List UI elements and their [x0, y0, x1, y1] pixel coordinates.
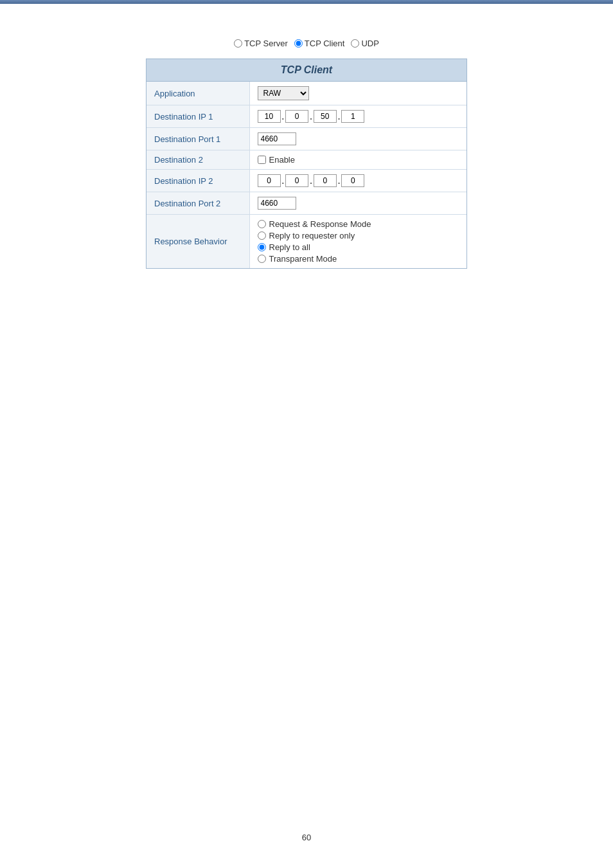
tcp-client-option[interactable]: TCP Client [294, 39, 345, 48]
request-response-label: Request & Response Mode [269, 219, 371, 229]
reply-requester-radio[interactable] [258, 231, 266, 240]
dest2-enable-label: Enable [269, 155, 295, 165]
transparent-mode-option[interactable]: Transparent Mode [258, 254, 459, 264]
ip2-dot2: . [310, 176, 312, 186]
dest2-checkbox[interactable] [258, 156, 266, 164]
dest2-enable-group: Enable [258, 155, 459, 165]
destination-ip2-row: Destination IP 2 . . . [147, 170, 466, 192]
destination-port2-row: Destination Port 2 [147, 192, 466, 215]
ip1-octet3[interactable] [314, 110, 337, 123]
response-options-group: Request & Response Mode Reply to request… [258, 219, 459, 264]
tcp-server-radio[interactable] [234, 39, 242, 48]
response-behavior-label: Response Behavior [147, 215, 249, 269]
port2-input[interactable] [258, 197, 296, 210]
destination-port2-value [249, 192, 466, 215]
destination-ip1-row: Destination IP 1 . . . [147, 105, 466, 128]
udp-radio[interactable] [351, 39, 359, 48]
destination-ip2-value: . . . [249, 170, 466, 192]
application-value: RAW [249, 82, 466, 105]
page-number: 60 [302, 833, 311, 842]
destination-port2-label: Destination Port 2 [147, 192, 249, 215]
reply-all-option[interactable]: Reply to all [258, 242, 459, 252]
destination-ip1-value: . . . [249, 105, 466, 128]
ip2-octet3[interactable] [314, 174, 337, 187]
reply-all-label: Reply to all [269, 242, 310, 252]
form-table: Application RAW Destination IP 1 . . [147, 82, 466, 268]
ip1-dot1: . [282, 112, 285, 122]
ip2-octet2[interactable] [285, 174, 308, 187]
destination2-row: Destination 2 Enable [147, 150, 466, 170]
port1-input[interactable] [258, 132, 296, 145]
ip2-input-group: . . . [258, 174, 459, 187]
ip2-octet1[interactable] [258, 174, 281, 187]
udp-option[interactable]: UDP [351, 39, 378, 48]
udp-label: UDP [361, 39, 378, 48]
tcp-client-title: TCP Client [147, 59, 466, 82]
application-label: Application [147, 82, 249, 105]
transparent-mode-radio[interactable] [258, 255, 266, 263]
ip2-dot3: . [338, 176, 341, 186]
response-behavior-row: Response Behavior Request & Response Mod… [147, 215, 466, 269]
ip1-octet1[interactable] [258, 110, 281, 123]
destination2-label: Destination 2 [147, 150, 249, 170]
tcp-server-label: TCP Server [244, 39, 288, 48]
destination-port1-label: Destination Port 1 [147, 128, 249, 150]
tcp-server-option[interactable]: TCP Server [234, 39, 288, 48]
ip1-dot3: . [338, 112, 341, 122]
ip2-dot1: . [282, 176, 285, 186]
reply-requester-label: Reply to requester only [269, 231, 355, 240]
top-bar [0, 0, 613, 4]
destination2-value: Enable [249, 150, 466, 170]
tcp-client-radio[interactable] [294, 39, 303, 48]
ip2-octet4[interactable] [341, 174, 364, 187]
ip1-input-group: . . . [258, 110, 459, 123]
tcp-client-label: TCP Client [305, 39, 345, 48]
destination-port1-value [249, 128, 466, 150]
destination-ip1-label: Destination IP 1 [147, 105, 249, 128]
reply-all-radio[interactable] [258, 243, 266, 251]
destination-ip2-label: Destination IP 2 [147, 170, 249, 192]
application-row: Application RAW [147, 82, 466, 105]
request-response-radio[interactable] [258, 220, 266, 228]
page-content: TCP Server TCP Client UDP TCP Client App… [0, 0, 613, 269]
tcp-client-panel: TCP Client Application RAW Destination I… [146, 59, 467, 269]
reply-requester-option[interactable]: Reply to requester only [258, 231, 459, 240]
ip1-octet2[interactable] [285, 110, 308, 123]
ip1-octet4[interactable] [341, 110, 364, 123]
destination-port1-row: Destination Port 1 [147, 128, 466, 150]
protocol-selector: TCP Server TCP Client UDP [234, 39, 379, 48]
transparent-mode-label: Transparent Mode [269, 254, 337, 264]
application-select[interactable]: RAW [258, 86, 309, 100]
request-response-option[interactable]: Request & Response Mode [258, 219, 459, 229]
response-behavior-value: Request & Response Mode Reply to request… [249, 215, 466, 269]
ip1-dot2: . [310, 112, 312, 122]
